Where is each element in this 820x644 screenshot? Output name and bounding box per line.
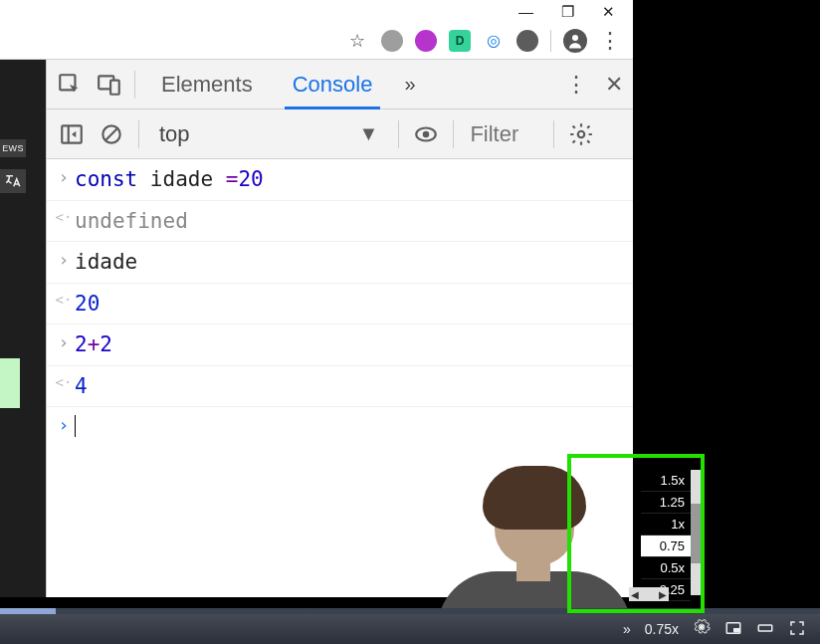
expand-icon[interactable]: » (623, 621, 631, 637)
chrome-menu-icon[interactable]: ⋮ (599, 34, 621, 47)
context-selector[interactable]: top ▼ (153, 121, 384, 147)
context-label: top (159, 121, 190, 147)
console-line: 4 (75, 370, 623, 403)
person-icon (566, 32, 584, 50)
svg-rect-12 (758, 625, 772, 631)
console-row: <·20 (47, 284, 633, 325)
translate-icon[interactable] (0, 169, 26, 193)
scrollbar[interactable] (691, 470, 701, 595)
profile-avatar[interactable] (563, 29, 587, 53)
window-minimize[interactable]: — (518, 4, 533, 19)
fullscreen-icon[interactable] (788, 619, 806, 640)
window-maximize[interactable]: ❐ (561, 4, 574, 19)
devtools-menu-icon[interactable]: ⋮ (565, 78, 587, 91)
svg-rect-11 (733, 628, 739, 633)
scroll-left-icon[interactable]: ◀ (631, 589, 639, 600)
text-cursor (75, 415, 76, 437)
device-toggle-icon[interactable] (97, 72, 122, 98)
speed-option[interactable]: 1x (641, 514, 691, 536)
console-row: › (47, 407, 633, 448)
bookmark-star-icon[interactable]: ☆ (349, 30, 365, 52)
svg-point-7 (423, 130, 430, 137)
console-row: ›const idade =20 (47, 159, 633, 201)
svg-point-9 (700, 624, 705, 629)
chevron-down-icon: ▼ (359, 122, 379, 145)
speed-options: 1.5x1.251x0.750.5x0.25 (641, 470, 691, 601)
speed-option[interactable]: 1.5x (641, 470, 691, 492)
tab-console[interactable]: Console (279, 60, 387, 108)
clear-console-icon[interactable] (99, 121, 124, 147)
console-line: 2+2 (75, 328, 623, 361)
console-line (75, 411, 623, 444)
separator (134, 71, 135, 99)
output-marker-icon: <· (53, 205, 75, 230)
theater-icon[interactable] (756, 619, 774, 640)
video-player-bar: » 0.75x (0, 614, 820, 644)
window-controls: — ❐ ✕ (0, 0, 633, 22)
console-row: ›2+2 (47, 324, 633, 366)
window-close[interactable]: ✕ (602, 4, 615, 19)
separator (138, 120, 139, 148)
separator (453, 120, 454, 148)
svg-point-0 (572, 35, 578, 41)
separator (550, 30, 551, 52)
extension-icon-1[interactable] (381, 30, 403, 52)
settings-gear-icon[interactable] (568, 121, 594, 147)
console-row: ›idade (47, 242, 633, 284)
console-row: <·4 (47, 366, 633, 408)
console-line: 20 (75, 288, 623, 321)
scroll-right-icon[interactable]: ▶ (659, 589, 667, 600)
extension-icon-5[interactable] (516, 30, 538, 52)
player-settings-icon[interactable] (693, 618, 711, 641)
live-expression-icon[interactable] (413, 121, 439, 147)
prompt-marker-icon: › (53, 411, 75, 439)
svg-point-8 (578, 130, 585, 137)
output-marker-icon: <· (53, 288, 75, 313)
speed-option[interactable]: 1.25 (641, 492, 691, 514)
input-marker-icon: › (53, 246, 75, 274)
separator (553, 120, 554, 148)
output-marker-icon: <· (53, 370, 75, 395)
devtools-panel: Elements Console » ⋮ ✕ top ▼ ›const idad… (46, 60, 633, 597)
speed-option[interactable]: 0.5x (641, 557, 691, 579)
horizontal-scroll[interactable]: ◀ ▶ (629, 587, 669, 601)
console-row: <·undefined (47, 201, 633, 243)
page-highlight (0, 358, 20, 408)
devtools-close-icon[interactable]: ✕ (605, 72, 623, 98)
page-badge: EWS (0, 139, 26, 157)
pip-icon[interactable] (724, 619, 742, 640)
devtools-tabbar: Elements Console » ⋮ ✕ (47, 60, 633, 109)
svg-rect-3 (110, 80, 119, 94)
extension-icon-4[interactable]: ◎ (483, 30, 505, 52)
extension-icon-2[interactable] (415, 30, 437, 52)
separator (398, 120, 399, 148)
speed-option[interactable]: 0.75 (641, 536, 691, 557)
input-marker-icon: › (53, 328, 75, 356)
more-tabs-icon[interactable]: » (404, 73, 415, 96)
console-line: idade (75, 246, 623, 279)
browser-chrome: — ❐ ✕ ☆ D ◎ ⋮ (0, 0, 633, 60)
console-sidebar-toggle-icon[interactable] (59, 121, 85, 147)
tab-elements[interactable]: Elements (147, 60, 267, 108)
console-toolbar: top ▼ (47, 109, 633, 159)
address-bar: ☆ D ◎ ⋮ (0, 22, 633, 60)
extension-icon-3[interactable]: D (449, 30, 471, 52)
console-line: const idade =20 (75, 163, 623, 196)
console-line: undefined (75, 205, 623, 238)
playback-speed-menu: 1.5x1.251x0.750.5x0.25 ◀ ▶ (567, 454, 705, 613)
input-marker-icon: › (53, 163, 75, 191)
speed-label[interactable]: 0.75x (645, 621, 679, 637)
filter-input[interactable] (468, 120, 539, 148)
inspect-icon[interactable] (57, 72, 83, 98)
